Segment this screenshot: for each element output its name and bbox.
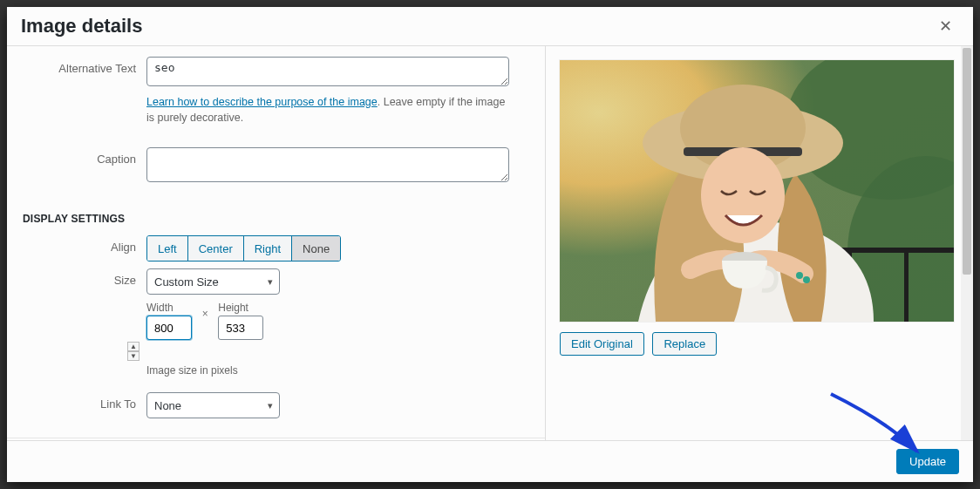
- size-select[interactable]: Custom Size: [146, 268, 280, 295]
- align-center-button[interactable]: Center: [188, 236, 244, 261]
- align-row: Align Left Center Right None: [7, 232, 545, 265]
- image-details-modal: Image details ✕ Alternative Text Learn h…: [7, 7, 973, 482]
- image-actions: Edit Original Replace: [560, 332, 954, 356]
- modal-header: Image details ✕: [7, 7, 973, 46]
- image-preview: [560, 60, 954, 322]
- width-label: Width: [146, 302, 192, 314]
- dimensions-row: Width ▲ ▼ × Height: [146, 302, 534, 361]
- svg-point-11: [796, 272, 803, 279]
- dimension-separator: ×: [195, 302, 215, 326]
- close-button[interactable]: ✕: [932, 13, 959, 39]
- display-settings-heading: DISPLAY SETTINGS: [7, 188, 545, 232]
- align-button-group: Left Center Right None: [146, 235, 341, 261]
- width-stepper[interactable]: ▲ ▼: [127, 342, 140, 361]
- svg-rect-6: [904, 248, 909, 322]
- caption-row: Caption: [7, 144, 545, 188]
- width-step-down-icon[interactable]: ▼: [127, 351, 140, 361]
- modal-body: Alternative Text Learn how to describe t…: [7, 46, 973, 440]
- width-input[interactable]: [146, 316, 192, 340]
- size-label: Size: [7, 268, 146, 287]
- height-input[interactable]: [218, 316, 263, 340]
- width-step-up-icon[interactable]: ▲: [127, 342, 140, 351]
- height-label: Height: [218, 302, 263, 314]
- dimension-hint: Image size in pixels: [146, 364, 534, 377]
- link-to-row: Link To None ▾: [7, 389, 545, 422]
- align-none-button[interactable]: None: [292, 236, 340, 261]
- preview-panel: Edit Original Replace: [546, 46, 973, 440]
- caption-input[interactable]: [146, 147, 509, 182]
- alt-text-input[interactable]: [146, 57, 509, 86]
- svg-point-12: [803, 276, 810, 283]
- alt-text-hint-link[interactable]: Learn how to describe the purpose of the…: [146, 96, 378, 108]
- alt-text-hint: Learn how to describe the purpose of the…: [146, 94, 509, 127]
- align-right-button[interactable]: Right: [244, 236, 292, 261]
- svg-point-10: [701, 147, 785, 243]
- link-to-select[interactable]: None: [146, 392, 280, 418]
- settings-panel: Alternative Text Learn how to describe t…: [7, 46, 546, 440]
- modal-footer: Update: [7, 440, 973, 482]
- alt-text-row: Alternative Text Learn how to describe t…: [7, 53, 545, 131]
- close-icon: ✕: [939, 17, 952, 35]
- modal-title: Image details: [21, 15, 142, 37]
- update-button[interactable]: Update: [896, 449, 959, 474]
- align-label: Align: [7, 235, 146, 254]
- align-left-button[interactable]: Left: [147, 236, 188, 261]
- edit-original-button[interactable]: Edit Original: [560, 332, 644, 356]
- alt-text-label: Alternative Text: [7, 57, 146, 75]
- replace-button[interactable]: Replace: [652, 332, 717, 356]
- size-row: Size Custom Size ▾ Width ▲: [7, 265, 545, 380]
- caption-label: Caption: [7, 147, 146, 166]
- scrollbar[interactable]: [961, 46, 973, 440]
- link-to-label: Link To: [7, 392, 146, 411]
